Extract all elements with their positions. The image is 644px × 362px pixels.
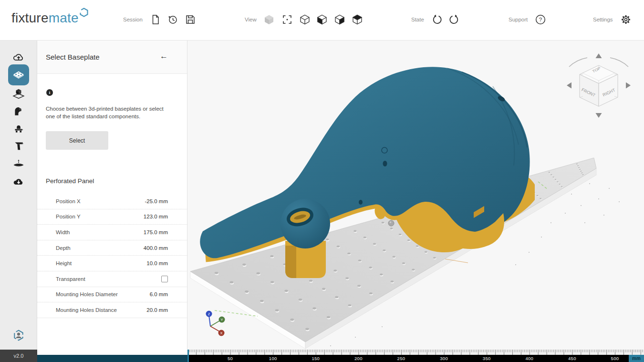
- property-value[interactable]: -25.0 mm: [145, 198, 168, 204]
- property-value[interactable]: 10.0 mm: [146, 260, 168, 266]
- sidebar-item-export[interactable]: [8, 172, 29, 191]
- info-icon: i: [46, 89, 53, 96]
- clamp-icon: [12, 140, 25, 152]
- ruler-zero-marker: [187, 350, 189, 362]
- session-group-label: Session: [123, 17, 143, 22]
- page-title: Select Baseplate: [46, 53, 100, 61]
- support-group-label: Support: [509, 17, 528, 22]
- save-icon[interactable]: [185, 14, 196, 25]
- bottom-bar: v2.0 50100150200250300350400450500 mm: [0, 350, 644, 362]
- property-label: Height: [56, 260, 72, 266]
- property-value[interactable]: 175.0 mm: [144, 229, 168, 235]
- property-row: Position X-25.0 mm: [37, 194, 187, 209]
- tool-sidebar: [0, 41, 37, 350]
- help-icon[interactable]: ?: [535, 14, 546, 25]
- sidebar-item-supports[interactable]: [8, 119, 29, 138]
- zoom-fit-icon[interactable]: [281, 14, 293, 25]
- property-row: Width175.0 mm: [37, 225, 187, 240]
- cube-top-face-icon[interactable]: [352, 14, 363, 25]
- nav-cube[interactable]: TOP FRONT RIGHT: [567, 53, 631, 118]
- fixture-block-icon: [12, 105, 25, 117]
- ruler-number: 500: [611, 356, 619, 361]
- select-baseplate-button[interactable]: Select: [46, 131, 108, 150]
- redo-icon[interactable]: [448, 14, 460, 25]
- sidebar-item-select-baseplate[interactable]: [8, 64, 29, 85]
- property-label: Transparent: [56, 276, 85, 282]
- property-row: Position Y123.0 mm: [37, 209, 187, 225]
- ruler-number: 250: [397, 356, 405, 361]
- nav-arrow-up[interactable]: [596, 53, 602, 58]
- sidebar-item-fixture-body[interactable]: [8, 102, 29, 121]
- gear-icon[interactable]: [620, 14, 632, 25]
- panel-progress-bar: [37, 355, 187, 362]
- property-row: Mounting Holes Diameter6.0 mm: [37, 287, 187, 303]
- axis-y-label: Y: [220, 318, 223, 322]
- ruler-ticks: [187, 350, 644, 355]
- app-logo: fixturemate: [11, 10, 79, 26]
- ruler-number: 200: [354, 356, 363, 361]
- sidebar-item-clamps[interactable]: [8, 136, 29, 155]
- logo-text-mate: mate: [49, 10, 79, 25]
- ruler: 50100150200250300350400450500 mm: [187, 350, 644, 362]
- undo-icon[interactable]: [431, 14, 443, 25]
- ruler-number: 50: [228, 356, 233, 361]
- property-label: Mounting Holes Diameter: [56, 291, 118, 297]
- back-arrow-button[interactable]: ←: [160, 52, 168, 61]
- cube-left-face-icon[interactable]: [316, 14, 328, 25]
- ruler-unit-chip: mm: [629, 355, 644, 362]
- property-label: Position X: [56, 198, 81, 204]
- property-value[interactable]: 123.0 mm: [144, 214, 168, 219]
- sidebar-item-account[interactable]: [8, 326, 29, 345]
- axis-z-label: Z: [208, 312, 210, 316]
- cube-right-face-icon[interactable]: [334, 14, 345, 25]
- state-group-label: State: [411, 17, 424, 22]
- ruler-number: 350: [483, 356, 491, 361]
- disc-icon: [12, 158, 25, 170]
- property-row: Depth400.0 mm: [37, 240, 187, 256]
- shaded-cube-icon[interactable]: [263, 14, 275, 25]
- property-label: Depth: [56, 245, 71, 251]
- property-value[interactable]: 20.0 mm: [146, 307, 168, 313]
- panel-description: Choose between 3d-printed baseplates or …: [46, 105, 170, 120]
- sidebar-item-orient-part[interactable]: [8, 84, 29, 103]
- history-icon[interactable]: [167, 14, 178, 25]
- ruler-number: 450: [568, 356, 576, 361]
- ruler-number: 100: [269, 356, 277, 361]
- panel-footer: [37, 350, 187, 362]
- cloud-download-icon: [12, 176, 25, 188]
- property-row: Height10.0 mm: [37, 256, 187, 271]
- logo-hexagon-icon: [80, 8, 88, 17]
- property-label: Position Y: [56, 214, 81, 219]
- cube-wireframe-icon[interactable]: [299, 14, 311, 25]
- panel-header: Select Baseplate ←: [37, 41, 187, 74]
- viewport-3d[interactable]: TOP FRONT RIGHT Z Y X: [187, 41, 644, 350]
- version-label: v2.0: [0, 350, 37, 362]
- nav-arrow-left[interactable]: [567, 83, 571, 89]
- nav-arc-left[interactable]: [569, 58, 587, 67]
- section-title: Perforated Panel: [46, 177, 94, 185]
- ruler-number: 150: [312, 356, 320, 361]
- top-toolbar: fixturemate Session View State Support ?: [0, 0, 644, 41]
- property-row: Transparent: [37, 271, 187, 287]
- property-row: Mounting Holes Distance20.0 mm: [37, 302, 187, 318]
- axis-gizmo: Z Y X: [206, 311, 225, 336]
- user-hexagon-icon: [12, 329, 25, 341]
- cloud-upload-icon: [12, 52, 25, 64]
- nav-arc-right[interactable]: [610, 58, 628, 67]
- svg-text:?: ?: [539, 17, 542, 22]
- sidebar-item-spacers[interactable]: [8, 155, 29, 174]
- logo-text-fixture: fixture: [11, 10, 49, 25]
- ruler-number: 400: [525, 356, 533, 361]
- nav-arrow-down[interactable]: [596, 113, 602, 118]
- new-file-icon[interactable]: [150, 14, 161, 25]
- property-value[interactable]: 6.0 mm: [150, 291, 168, 297]
- ruler-number: 300: [440, 356, 448, 361]
- 3d-scene-canvas[interactable]: TOP FRONT RIGHT Z Y X: [187, 41, 644, 350]
- property-label: Width: [56, 229, 70, 235]
- part-supports-icon: [12, 122, 25, 134]
- transparent-checkbox[interactable]: [161, 276, 168, 282]
- baseplate-panel: Select Baseplate ← i Choose between 3d-p…: [37, 41, 187, 350]
- settings-group-label: Settings: [593, 17, 613, 22]
- property-value[interactable]: 400.0 mm: [144, 245, 168, 251]
- nav-arrow-right[interactable]: [626, 83, 631, 89]
